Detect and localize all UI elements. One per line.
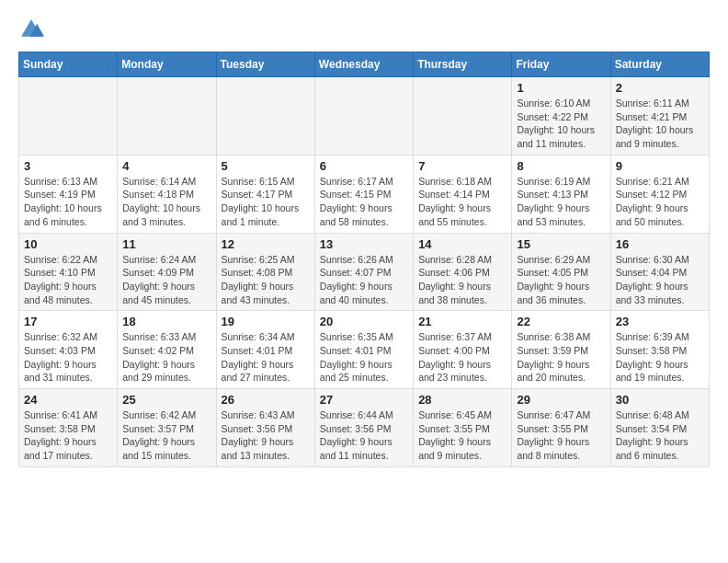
day-info: Sunrise: 6:14 AM Sunset: 4:18 PM Dayligh… [122,175,211,229]
header-cell-saturday: Saturday [610,52,709,77]
day-cell: 3Sunrise: 6:13 AM Sunset: 4:19 PM Daylig… [19,155,118,233]
week-row-2: 3Sunrise: 6:13 AM Sunset: 4:19 PM Daylig… [19,155,710,233]
day-number: 13 [320,237,409,251]
day-number: 17 [24,315,113,328]
day-number: 30 [616,393,705,407]
day-cell: 19Sunrise: 6:34 AM Sunset: 4:01 PM Dayli… [216,311,314,389]
day-cell: 10Sunrise: 6:22 AM Sunset: 4:10 PM Dayli… [19,233,118,311]
day-cell: 7Sunrise: 6:18 AM Sunset: 4:14 PM Daylig… [414,155,512,233]
day-number: 25 [122,393,211,407]
day-number: 7 [418,159,507,173]
header-row: SundayMondayTuesdayWednesdayThursdayFrid… [19,52,710,77]
logo [18,17,48,42]
day-info: Sunrise: 6:29 AM Sunset: 4:05 PM Dayligh… [517,253,606,307]
day-number: 3 [24,159,113,173]
day-number: 28 [418,393,507,407]
header-cell-tuesday: Tuesday [216,52,314,77]
day-number: 29 [517,393,606,407]
week-row-4: 17Sunrise: 6:32 AM Sunset: 4:03 PM Dayli… [19,311,710,389]
day-cell [19,77,118,155]
day-number: 27 [320,393,409,407]
header [18,17,710,42]
day-number: 14 [418,237,507,251]
day-info: Sunrise: 6:11 AM Sunset: 4:21 PM Dayligh… [616,97,705,151]
day-cell: 26Sunrise: 6:43 AM Sunset: 3:56 PM Dayli… [216,389,314,467]
day-number: 20 [320,315,409,328]
calendar-header: SundayMondayTuesdayWednesdayThursdayFrid… [19,52,710,77]
week-row-3: 10Sunrise: 6:22 AM Sunset: 4:10 PM Dayli… [19,233,710,311]
day-cell: 6Sunrise: 6:17 AM Sunset: 4:15 PM Daylig… [314,155,413,233]
day-cell: 5Sunrise: 6:15 AM Sunset: 4:17 PM Daylig… [216,155,314,233]
day-number: 26 [222,393,311,407]
day-info: Sunrise: 6:24 AM Sunset: 4:09 PM Dayligh… [122,253,211,307]
day-info: Sunrise: 6:43 AM Sunset: 3:56 PM Dayligh… [222,408,311,463]
day-info: Sunrise: 6:35 AM Sunset: 4:01 PM Dayligh… [320,330,409,385]
day-cell: 18Sunrise: 6:33 AM Sunset: 4:02 PM Dayli… [118,311,216,389]
day-number: 10 [24,237,113,251]
day-cell: 14Sunrise: 6:28 AM Sunset: 4:06 PM Dayli… [414,233,512,311]
day-info: Sunrise: 6:26 AM Sunset: 4:07 PM Dayligh… [320,253,409,307]
week-row-5: 24Sunrise: 6:41 AM Sunset: 3:58 PM Dayli… [19,389,710,467]
day-info: Sunrise: 6:33 AM Sunset: 4:02 PM Dayligh… [122,330,211,385]
day-number: 1 [517,81,606,95]
day-info: Sunrise: 6:17 AM Sunset: 4:15 PM Dayligh… [320,175,409,229]
day-cell: 4Sunrise: 6:14 AM Sunset: 4:18 PM Daylig… [118,155,216,233]
day-info: Sunrise: 6:22 AM Sunset: 4:10 PM Dayligh… [24,253,113,307]
day-info: Sunrise: 6:47 AM Sunset: 3:55 PM Dayligh… [517,408,606,463]
day-info: Sunrise: 6:30 AM Sunset: 4:04 PM Dayligh… [616,253,705,307]
day-number: 8 [517,159,606,173]
header-cell-wednesday: Wednesday [314,52,413,77]
day-number: 12 [222,237,311,251]
day-cell: 24Sunrise: 6:41 AM Sunset: 3:58 PM Dayli… [19,389,118,467]
day-number: 22 [517,315,606,328]
day-info: Sunrise: 6:18 AM Sunset: 4:14 PM Dayligh… [418,175,507,229]
calendar-body: 1Sunrise: 6:10 AM Sunset: 4:22 PM Daylig… [19,77,710,467]
day-cell: 29Sunrise: 6:47 AM Sunset: 3:55 PM Dayli… [512,389,610,467]
day-info: Sunrise: 6:42 AM Sunset: 3:57 PM Dayligh… [122,408,211,463]
day-number: 19 [222,315,311,328]
day-cell: 2Sunrise: 6:11 AM Sunset: 4:21 PM Daylig… [610,77,709,155]
day-cell [414,77,512,155]
logo-icon [18,17,44,42]
day-info: Sunrise: 6:34 AM Sunset: 4:01 PM Dayligh… [222,330,311,385]
day-cell: 16Sunrise: 6:30 AM Sunset: 4:04 PM Dayli… [610,233,709,311]
day-cell: 23Sunrise: 6:39 AM Sunset: 3:58 PM Dayli… [610,311,709,389]
day-cell [118,77,216,155]
day-info: Sunrise: 6:39 AM Sunset: 3:58 PM Dayligh… [616,330,705,385]
day-info: Sunrise: 6:25 AM Sunset: 4:08 PM Dayligh… [222,253,311,307]
day-cell: 9Sunrise: 6:21 AM Sunset: 4:12 PM Daylig… [610,155,709,233]
day-number: 24 [24,393,113,407]
day-number: 2 [616,81,705,95]
day-info: Sunrise: 6:37 AM Sunset: 4:00 PM Dayligh… [418,330,507,385]
day-number: 15 [517,237,606,251]
day-info: Sunrise: 6:41 AM Sunset: 3:58 PM Dayligh… [24,408,113,463]
day-cell: 20Sunrise: 6:35 AM Sunset: 4:01 PM Dayli… [314,311,413,389]
day-cell: 1Sunrise: 6:10 AM Sunset: 4:22 PM Daylig… [512,77,610,155]
day-cell: 15Sunrise: 6:29 AM Sunset: 4:05 PM Dayli… [512,233,610,311]
day-cell: 30Sunrise: 6:48 AM Sunset: 3:54 PM Dayli… [610,389,709,467]
header-cell-sunday: Sunday [19,52,118,77]
day-info: Sunrise: 6:44 AM Sunset: 3:56 PM Dayligh… [320,408,409,463]
header-cell-monday: Monday [118,52,216,77]
day-number: 11 [122,237,211,251]
day-cell: 21Sunrise: 6:37 AM Sunset: 4:00 PM Dayli… [414,311,512,389]
day-number: 23 [616,315,705,328]
day-number: 5 [222,159,311,173]
day-cell: 8Sunrise: 6:19 AM Sunset: 4:13 PM Daylig… [512,155,610,233]
day-number: 9 [616,159,705,173]
day-info: Sunrise: 6:48 AM Sunset: 3:54 PM Dayligh… [616,408,705,463]
day-cell: 12Sunrise: 6:25 AM Sunset: 4:08 PM Dayli… [216,233,314,311]
day-cell: 22Sunrise: 6:38 AM Sunset: 3:59 PM Dayli… [512,311,610,389]
day-number: 4 [122,159,211,173]
day-info: Sunrise: 6:15 AM Sunset: 4:17 PM Dayligh… [222,175,311,229]
day-cell: 27Sunrise: 6:44 AM Sunset: 3:56 PM Dayli… [314,389,413,467]
day-cell: 25Sunrise: 6:42 AM Sunset: 3:57 PM Dayli… [118,389,216,467]
calendar-table: SundayMondayTuesdayWednesdayThursdayFrid… [18,52,710,467]
day-number: 18 [122,315,211,328]
day-cell [216,77,314,155]
header-cell-thursday: Thursday [414,52,512,77]
day-cell: 13Sunrise: 6:26 AM Sunset: 4:07 PM Dayli… [314,233,413,311]
day-info: Sunrise: 6:21 AM Sunset: 4:12 PM Dayligh… [616,175,705,229]
day-info: Sunrise: 6:32 AM Sunset: 4:03 PM Dayligh… [24,330,113,385]
day-cell [314,77,413,155]
